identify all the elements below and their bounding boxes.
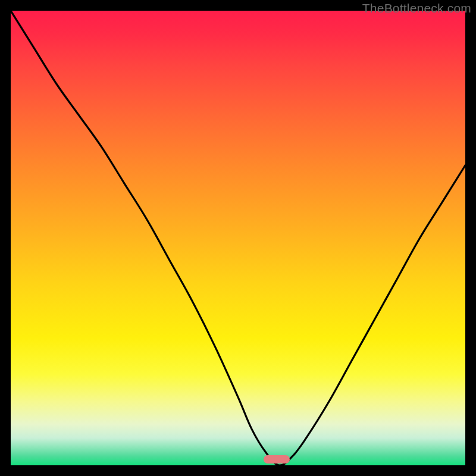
bottleneck-curve <box>11 11 465 465</box>
chart-frame <box>11 11 465 465</box>
watermark-text: TheBottleneck.com <box>362 1 471 15</box>
minimum-marker <box>264 455 290 464</box>
